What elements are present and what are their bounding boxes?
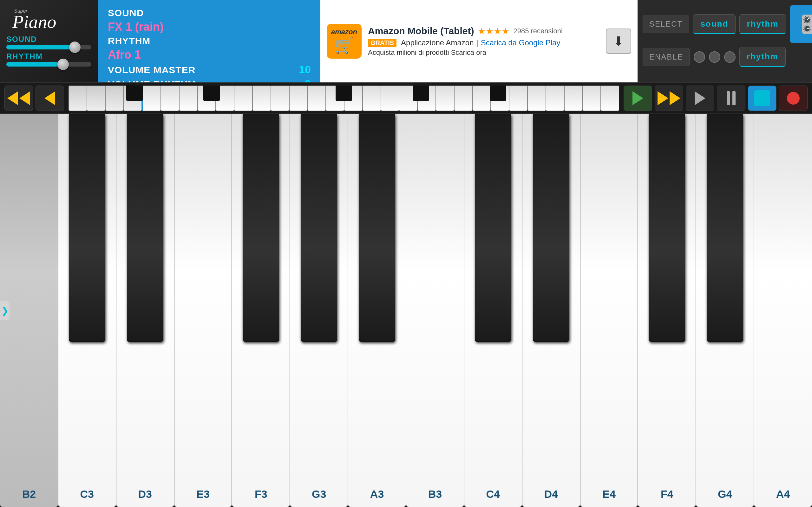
key-label-G4: G4: [718, 488, 732, 500]
logo-area: Super Piano: [11, 6, 87, 32]
stop-button[interactable]: [748, 86, 776, 111]
key-Csharp4[interactable]: [475, 114, 511, 342]
enable-button[interactable]: ENABLE: [643, 48, 690, 66]
key-B3[interactable]: B3: [406, 114, 464, 507]
center-info-panel: SOUND FX 1 (rain) RHYTHM Afro 1 VOLUME M…: [98, 0, 320, 82]
app-container: Super Piano SOUND RHYTHM: [0, 0, 812, 507]
enable-dot-2[interactable]: [709, 51, 720, 63]
key-label-D4: D4: [544, 488, 558, 500]
key-label-E3: E3: [196, 488, 210, 500]
mini-keyboard[interactable]: [68, 86, 619, 111]
amazon-icon: amazon 🛒: [327, 24, 362, 59]
rhythm-bottom-button[interactable]: rhythm: [740, 47, 786, 67]
pause-button[interactable]: [717, 86, 745, 111]
keyboard-container: B2 C3 D3 E3 F3 G3 A3: [0, 114, 812, 507]
rewind-double-button[interactable]: [4, 86, 33, 111]
key-E3[interactable]: E3: [174, 114, 232, 507]
sound-button[interactable]: sound: [693, 14, 735, 34]
enable-row: ENABLE rhythm: [643, 47, 807, 67]
piano-section: ❯ B2 C3 D3 E3 F3: [0, 114, 812, 507]
rhythm-row: RHYTHM: [108, 36, 311, 46]
volume-master-value: 10: [299, 63, 311, 76]
mixer-icon: 🎛️: [801, 14, 812, 35]
play-button[interactable]: [623, 86, 652, 111]
select-button[interactable]: SELECT: [643, 15, 689, 33]
ad-banner: amazon 🛒 Amazon Mobile (Tablet) ★★★★ 298…: [320, 0, 638, 82]
ad-download-button[interactable]: ⬇: [606, 29, 631, 54]
amazon-logo-text: amazon: [331, 28, 357, 36]
select-row: SELECT sound rhythm 🎛️ ⚙️: [643, 5, 807, 43]
key-label-F3: F3: [255, 488, 267, 500]
rhythm-slider-thumb[interactable]: [57, 59, 69, 70]
key-Gsharp4[interactable]: [707, 114, 743, 342]
volume-master-row: VOLUME MASTER 10: [108, 63, 311, 76]
enable-dot-3[interactable]: [724, 51, 735, 63]
key-label-F4: F4: [661, 488, 673, 500]
transport-row: [0, 82, 812, 114]
ad-description: Acquista milioni di prodotti Scarica ora: [368, 49, 600, 57]
sound-header: SOUND: [108, 8, 144, 18]
sound-slider-thumb[interactable]: [69, 42, 81, 53]
key-E4[interactable]: E4: [580, 114, 638, 507]
key-Fsharp4[interactable]: [649, 114, 685, 342]
ad-stars: ★★★★: [478, 26, 509, 37]
play-gray-button[interactable]: [686, 86, 714, 111]
rhythm-value: Afro 1: [108, 48, 141, 61]
ad-app-name: Applicazione Amazon: [401, 38, 473, 47]
left-panel: Super Piano SOUND RHYTHM: [0, 0, 98, 82]
key-Dsharp3[interactable]: [127, 114, 163, 342]
key-label-C3: C3: [80, 488, 94, 500]
sound-value-row: FX 1 (rain): [108, 20, 311, 34]
ad-download-link[interactable]: Scarica da Google Play: [481, 38, 560, 47]
key-label-C4: C4: [486, 488, 500, 500]
rhythm-label: RHYTHM: [6, 52, 91, 61]
key-Fsharp3[interactable]: [243, 114, 279, 342]
key-A4[interactable]: A4: [754, 114, 812, 507]
key-Asharp3[interactable]: [359, 114, 395, 342]
sound-value: FX 1 (rain): [108, 20, 164, 34]
right-controls: SELECT sound rhythm 🎛️ ⚙️ ENABLE rhythm: [638, 0, 812, 82]
sound-label: SOUND: [6, 35, 91, 44]
ad-title: Amazon Mobile (Tablet): [368, 26, 474, 37]
fast-forward-button[interactable]: [655, 86, 683, 111]
rhythm-slider-row: RHYTHM: [6, 52, 91, 66]
key-label-B2: B2: [22, 488, 36, 500]
rhythm-value-row: Afro 1: [108, 48, 311, 61]
key-Csharp3[interactable]: [69, 114, 105, 342]
rewind-button[interactable]: [36, 86, 64, 111]
rhythm-slider-track[interactable]: [6, 62, 91, 66]
key-label-A4: A4: [776, 488, 790, 500]
key-label-B3: B3: [428, 488, 442, 500]
ad-separator: |: [476, 38, 478, 47]
key-label-E4: E4: [602, 488, 616, 500]
volume-master-label: VOLUME MASTER: [108, 65, 195, 75]
sound-row: SOUND: [108, 8, 311, 18]
key-Dsharp4[interactable]: [533, 114, 569, 342]
rhythm-header: RHYTHM: [108, 36, 150, 46]
key-label-G3: G3: [312, 488, 326, 500]
sound-slider-track[interactable]: [6, 45, 91, 49]
side-arrow-button[interactable]: ❯: [0, 301, 9, 320]
rhythm-top-button[interactable]: rhythm: [740, 14, 786, 34]
sound-slider-row: SOUND: [6, 35, 91, 49]
gratis-badge: GRATIS: [368, 39, 397, 47]
top-section: Super Piano SOUND RHYTHM: [0, 0, 812, 82]
enable-dot-1[interactable]: [694, 51, 705, 63]
ad-reviews: 2985 recensioni: [513, 27, 562, 35]
key-label-D3: D3: [138, 488, 152, 500]
ad-content: Amazon Mobile (Tablet) ★★★★ 2985 recensi…: [368, 26, 600, 57]
key-label-A3: A3: [370, 488, 384, 500]
svg-text:Piano: Piano: [12, 11, 56, 32]
mixer-button[interactable]: 🎛️: [790, 5, 812, 43]
key-Gsharp3[interactable]: [301, 114, 337, 342]
cart-icon: 🛒: [334, 36, 354, 55]
record-button[interactable]: [779, 86, 808, 111]
